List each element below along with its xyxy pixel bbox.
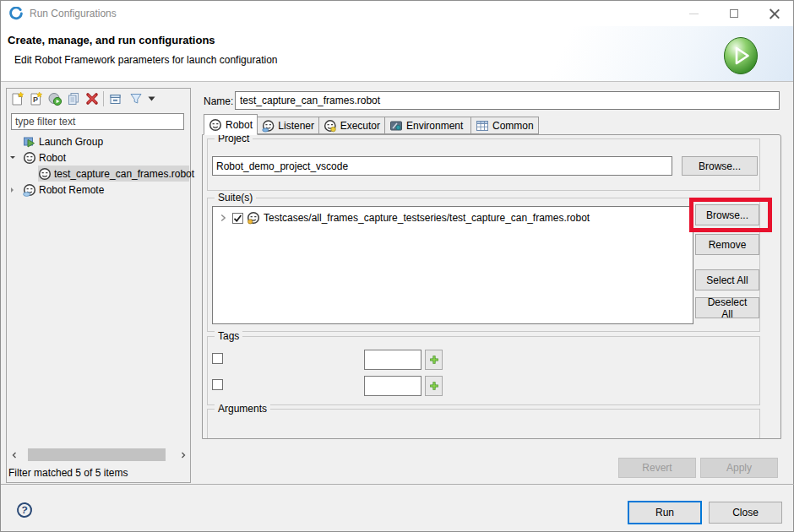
close-dialog-button[interactable]: Close (709, 502, 782, 524)
toolbar-separator (103, 91, 104, 106)
tab-robot[interactable]: Robot (204, 114, 258, 135)
sidebar-item-test-capture-can-frames[interactable]: test_capture_can_frames.robot (38, 166, 189, 182)
tab-label: Robot (226, 119, 253, 131)
filter-button[interactable] (128, 91, 144, 106)
skip-tags-checkbox[interactable] (212, 379, 223, 390)
tags-legend: Tags (215, 330, 242, 342)
tab-executor[interactable]: Executor (318, 117, 385, 134)
tags-group: Tags (207, 336, 760, 405)
run-button[interactable]: Run (628, 501, 702, 524)
suites-list[interactable]: Testcases/all_frames_capture_testseries/… (212, 206, 693, 324)
page-title: Create, manage, and run configurations (8, 34, 215, 46)
suites-select-all-button[interactable]: Select All (695, 269, 759, 290)
menu-dropdown-icon (148, 96, 155, 101)
export-configuration-button[interactable] (47, 91, 63, 106)
only-tags-add-button[interactable] (425, 350, 443, 370)
filter-icon (128, 91, 144, 106)
tab-environment[interactable]: Environment (384, 117, 471, 134)
tab-label: Executor (340, 120, 380, 132)
footer-separator (1, 484, 794, 485)
tree-item-label: Robot Remote (39, 184, 104, 196)
minimize-icon (689, 14, 699, 14)
filter-status: Filter matched 5 of 5 items (8, 467, 128, 479)
only-tags-checkbox[interactable] (212, 353, 223, 364)
arguments-group: Arguments (207, 409, 760, 438)
scroll-left-icon[interactable] (7, 448, 21, 462)
suite-robot-icon (247, 211, 260, 225)
name-label: Name: (204, 95, 233, 107)
window-title: Run Configurations (30, 8, 117, 19)
skip-tags-add-button[interactable] (425, 376, 443, 396)
duplicate-button[interactable] (66, 91, 81, 106)
robot-icon (209, 118, 222, 132)
listener-icon (262, 119, 275, 133)
close-button[interactable] (755, 1, 794, 26)
minimize-button[interactable] (674, 1, 713, 26)
suite-row[interactable]: Testcases/all_frames_capture_testseries/… (214, 209, 687, 226)
skip-tags-input[interactable] (364, 376, 421, 396)
expander-icon[interactable] (9, 155, 16, 161)
robot-icon (23, 151, 36, 165)
eclipse-launch-icon (9, 7, 23, 20)
robot-remote-icon (23, 183, 36, 197)
sidebar-item-launch-group[interactable]: Launch Group (23, 133, 183, 149)
suites-legend: Suite(s) (215, 192, 256, 204)
apply-button[interactable]: Apply (700, 458, 778, 478)
tab-listener[interactable]: Listener (257, 117, 319, 134)
name-input[interactable] (235, 91, 780, 110)
environment-icon (389, 119, 403, 133)
plus-icon (428, 354, 440, 366)
delete-button[interactable] (84, 91, 100, 106)
launch-group-icon (23, 135, 36, 149)
sidebar-item-robot[interactable]: Robot (23, 149, 183, 166)
run-configurations-dialog: Run Configurations Create, manage, and r… (0, 0, 794, 532)
project-browse-button[interactable]: Browse... (682, 156, 758, 176)
tab-common[interactable]: Common (470, 117, 539, 134)
revert-button[interactable]: Revert (618, 458, 696, 478)
sidebar-item-robot-remote[interactable]: Robot Remote (23, 182, 183, 198)
export-configuration-icon (47, 91, 63, 106)
suites-remove-button[interactable]: Remove (695, 234, 759, 255)
only-tags-input[interactable] (364, 350, 421, 370)
common-icon (476, 119, 489, 133)
run-banner-icon (723, 36, 759, 75)
collapse-all-button[interactable] (108, 91, 123, 106)
maximize-button[interactable] (715, 1, 753, 26)
scrollbar-thumb[interactable] (28, 448, 166, 461)
tree-item-label: test_capture_can_frames.robot (54, 168, 194, 180)
suite-checkbox[interactable] (232, 213, 243, 224)
executor-icon (324, 119, 337, 133)
new-configuration-button[interactable] (10, 91, 25, 106)
tab-label: Environment (406, 120, 463, 132)
expander-chevron-icon[interactable] (217, 212, 229, 224)
checkmark-icon (232, 213, 243, 224)
project-input[interactable] (212, 156, 672, 176)
header-banner: Create, manage, and run configurations E… (1, 26, 793, 82)
close-icon (770, 8, 780, 19)
collapse-all-icon (108, 91, 123, 106)
tab-label: Common (492, 120, 534, 132)
help-icon: ? (20, 504, 28, 517)
new-prototype-icon (29, 91, 44, 106)
arguments-legend: Arguments (215, 403, 270, 415)
tab-label: Listener (278, 120, 314, 132)
scroll-right-icon[interactable] (176, 448, 190, 462)
new-configuration-icon (10, 91, 25, 106)
tree-item-label: Robot (39, 152, 66, 164)
robot-icon (38, 167, 52, 181)
plus-icon (428, 380, 440, 392)
sidebar-horizontal-scrollbar[interactable] (7, 448, 190, 462)
suite-path: Testcases/all_frames_capture_testseries/… (264, 212, 590, 224)
page-subtitle: Edit Robot Framework parameters for laun… (14, 54, 277, 66)
duplicate-icon (66, 91, 81, 106)
maximize-icon (730, 9, 738, 18)
tree-item-label: Launch Group (39, 136, 103, 148)
delete-icon (84, 91, 100, 106)
expander-icon[interactable] (9, 187, 16, 193)
help-button[interactable]: ? (16, 502, 33, 518)
annotation-highlight (689, 198, 772, 232)
new-prototype-button[interactable] (29, 91, 44, 106)
suites-deselect-all-button[interactable]: Deselect All (695, 297, 759, 318)
filter-menu-button[interactable] (146, 91, 156, 106)
filter-input[interactable] (11, 113, 184, 130)
